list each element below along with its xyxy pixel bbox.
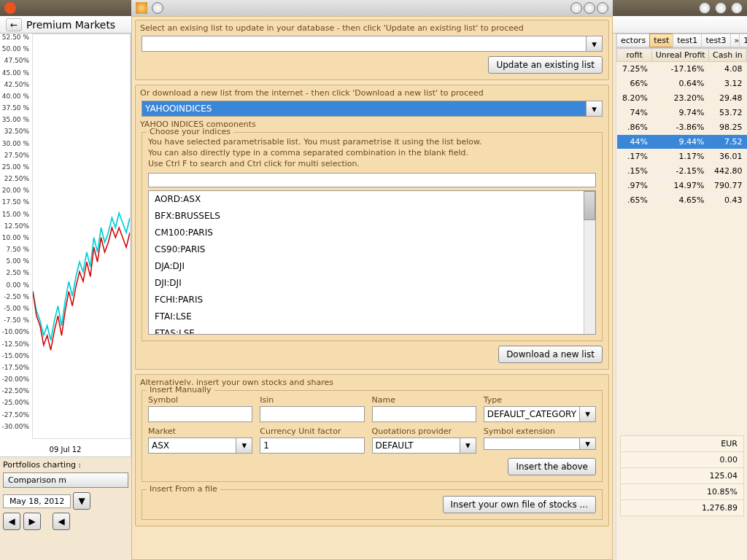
download-panel: Or download a new list from the internet…	[135, 85, 609, 370]
symbol-input[interactable]	[148, 406, 252, 422]
symbol-label: Symbol	[148, 395, 252, 405]
tab-test[interactable]: test	[649, 34, 673, 47]
market-select[interactable]: ASX ▾	[148, 438, 252, 454]
ext-value	[484, 438, 580, 450]
table-row[interactable]: 66%0.64%3.12	[617, 77, 747, 91]
minimize-icon[interactable]	[699, 2, 711, 14]
totals-panel: EUR 0.00 125.04 10.85% 1,276.89	[620, 436, 744, 516]
chevron-down-icon[interactable]: ▾	[580, 406, 596, 422]
dialog-close-icon[interactable]	[597, 2, 608, 14]
market-label: Market	[148, 427, 252, 436]
chevron-down-icon[interactable]: ▾	[236, 438, 252, 454]
insert-from-file-legend: Insert From a file	[147, 484, 220, 494]
chart-plot	[32, 34, 131, 439]
list-item[interactable]: DJA:DJI	[149, 258, 595, 275]
para-line: You have selected parametrisable list. Y…	[148, 137, 596, 148]
scrollbar-thumb[interactable]	[584, 191, 595, 220]
update-existing-list-button[interactable]: Update an existing list	[488, 56, 603, 74]
list-item[interactable]: FTAS:LSE	[149, 325, 595, 335]
existing-list-combo[interactable]: ▾	[142, 36, 603, 52]
tab-test3[interactable]: test3	[701, 34, 730, 47]
chevron-down-icon[interactable]: ▾	[587, 36, 603, 52]
isin-label: Isin	[260, 395, 364, 405]
qprov-value: DEFAULT	[372, 438, 460, 454]
tab-test1[interactable]: test1	[673, 34, 702, 47]
chevron-down-icon[interactable]: ▾	[587, 101, 603, 117]
table-row[interactable]: 44%9.44%7.52	[617, 135, 747, 149]
stock-list-dialog: Select an exising list to update in your…	[131, 16, 613, 560]
currency-label: Currency Unit factor	[260, 427, 364, 436]
ubuntu-logo-icon	[4, 2, 16, 14]
para-line: You can also directly type in a comma se…	[148, 148, 596, 159]
dialog-titlebar	[131, 0, 613, 16]
list-item[interactable]: FCHI:PARIS	[149, 292, 595, 308]
prev-button[interactable]: ◀	[3, 513, 20, 530]
type-value: DEFAULT_CATEGORY	[484, 406, 580, 422]
update-existing-title: Select an exising list to update in your…	[140, 23, 603, 33]
table-row[interactable]: .17%1.17%36.01	[617, 149, 747, 164]
close-icon[interactable]	[731, 2, 743, 14]
table-row[interactable]: 7.25%-17.16%4.08	[617, 62, 747, 77]
back-arrow-icon[interactable]: ←	[6, 18, 22, 31]
ext-select[interactable]: ▾	[484, 438, 596, 450]
col-profit[interactable]: rofit	[617, 49, 652, 62]
update-existing-panel: Select an exising list to update in your…	[135, 20, 609, 80]
calendar-icon[interactable]: ▼	[73, 492, 90, 510]
table-row[interactable]: 74%9.74%53.72	[617, 106, 747, 120]
maximize-icon[interactable]	[715, 2, 727, 14]
charting-label: Portfolios charting :	[3, 460, 128, 470]
list-item[interactable]: CS90:PARIS	[149, 241, 595, 258]
type-select[interactable]: DEFAULT_CATEGORY ▾	[484, 406, 596, 422]
isin-input[interactable]	[260, 406, 364, 422]
insert-above-button[interactable]: Insert the above	[508, 458, 596, 475]
list-item[interactable]: FTAI:LSE	[149, 308, 595, 325]
currency-input[interactable]	[260, 438, 364, 454]
col-unreal-profit[interactable]: Unreal Profit	[652, 49, 708, 62]
app-title: Premium Markets	[26, 19, 115, 31]
date-field[interactable]: May 18, 2012	[3, 494, 71, 508]
total-e: 1,276.89	[620, 499, 744, 516]
provider-value[interactable]: YAHOOINDICES	[142, 101, 587, 117]
list-item[interactable]: DJI:DJI	[149, 275, 595, 292]
provider-combo[interactable]: YAHOOINDICES ▾	[142, 101, 603, 117]
total-c: 125.04	[620, 467, 744, 484]
insert-manually-fieldset: Insert Manually Symbol Isin Name Type DE…	[142, 390, 603, 482]
chevron-down-icon[interactable]: ▾	[460, 438, 476, 454]
dialog-minimize-icon[interactable]	[570, 2, 582, 14]
name-input[interactable]	[372, 406, 476, 422]
total-d: 10.85%	[620, 483, 744, 500]
col-cash-in[interactable]: Cash in	[708, 49, 746, 62]
table-row[interactable]: .97%14.97%790.77	[617, 179, 747, 193]
insert-file-button[interactable]: Insert your own file of stocks ...	[443, 496, 596, 513]
list-item[interactable]: AORD:ASX	[149, 191, 595, 208]
scrollbar[interactable]	[584, 191, 595, 334]
table-row[interactable]: .15%-2.15%442.80	[617, 164, 747, 179]
qprov-select[interactable]: DEFAULT ▾	[372, 438, 476, 454]
comparison-mode-button[interactable]: Comparison m	[3, 472, 128, 488]
tab-ectors[interactable]: ectors	[616, 34, 650, 47]
insert-own-panel: Alternatively, insert your own stocks an…	[135, 374, 609, 526]
y-axis: 52.50 %50.00 %47.50%45.00 %42.50%40.00 %…	[0, 34, 32, 439]
list-item[interactable]: BFX:BRUSSELS	[149, 208, 595, 225]
chevron-down-icon[interactable]: ▾	[580, 438, 596, 450]
existing-list-input[interactable]	[142, 36, 587, 52]
download-title: Or download a new list from the internet…	[140, 88, 603, 98]
table-row[interactable]: .86%-3.86%98.25	[617, 120, 747, 135]
ext-label: Symbol extension	[484, 427, 596, 436]
scroll-left-button[interactable]: ◀	[53, 513, 70, 530]
indices-listbox[interactable]: AORD:ASXBFX:BRUSSELSCM100:PARISCS90:PARI…	[148, 190, 596, 335]
tab-more[interactable]: »17	[730, 34, 748, 47]
choose-indices-legend: Choose your indices	[147, 127, 233, 136]
dialog-maximize-icon[interactable]	[584, 2, 595, 14]
insert-from-file-fieldset: Insert From a file Insert your own file …	[142, 489, 603, 520]
indices-filter-input[interactable]	[148, 173, 596, 187]
chart-area: 52.50 %50.00 %47.50%45.00 %42.50%40.00 %…	[0, 34, 131, 456]
table-row[interactable]: 8.20%23.20%29.48	[617, 91, 747, 106]
list-item[interactable]: CM100:PARIS	[149, 225, 595, 241]
table-row[interactable]: .65%4.65%0.43	[617, 193, 747, 208]
next-button[interactable]: ▶	[23, 513, 41, 530]
dialog-roll-icon[interactable]	[152, 2, 163, 14]
download-new-list-button[interactable]: Download a new list	[498, 346, 603, 363]
x-axis-label: 09 Jul 12	[0, 446, 131, 454]
choose-indices-fieldset: Choose your indices You have selected pa…	[142, 132, 603, 341]
